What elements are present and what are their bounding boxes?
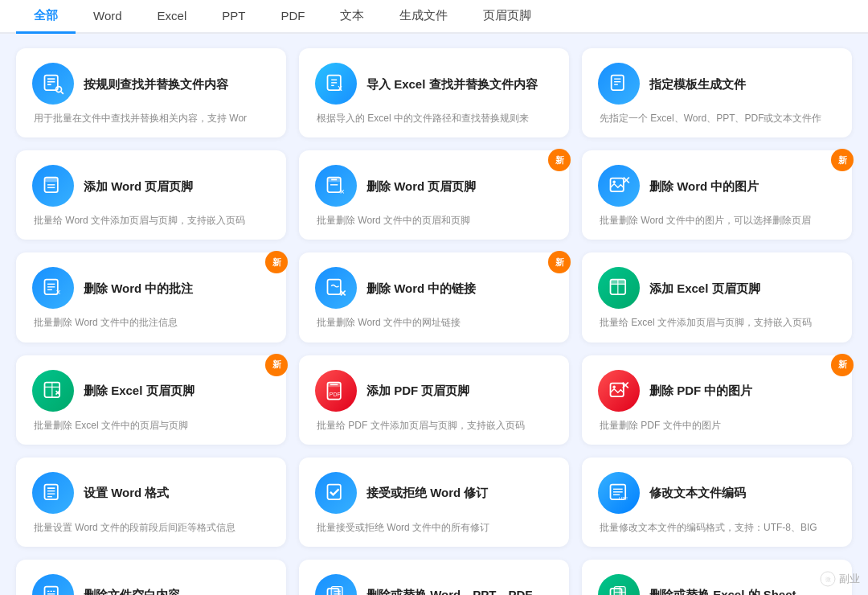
card-header: 指定模板生成文件 — [598, 63, 836, 105]
card-desc: 先指定一个 Excel、Word、PPT、PDF或文本文件作 — [598, 111, 836, 126]
tab-header[interactable]: 页眉页脚 — [465, 0, 549, 34]
tab-all[interactable]: 全部 — [16, 0, 76, 34]
card-icon: UTF — [598, 472, 640, 514]
card-title: 添加 Excel 页眉页脚 — [649, 280, 760, 297]
card-del-word-link[interactable]: 新 删除 Word 中的链接 批量删除 Word 文件中的网址链接 — [299, 252, 569, 342]
svg-rect-11 — [612, 76, 624, 91]
svg-rect-16 — [45, 178, 58, 183]
card-title: 添加 PDF 页眉页脚 — [366, 382, 469, 399]
card-title: 导入 Excel 查找并替换文件内容 — [366, 76, 538, 92]
svg-rect-58 — [328, 484, 341, 499]
card-icon — [32, 472, 74, 514]
card-header: 删除文件空白内容 — [32, 574, 270, 595]
badge-new: 新 — [831, 354, 854, 376]
card-title: 删除或替换 Excel 的 Sheet — [649, 586, 796, 595]
svg-point-25 — [612, 181, 616, 184]
card-desc: 批量接受或拒绝 Word 文件中的所有修订 — [315, 520, 553, 536]
card-header: 删除 Word 中的图片 — [598, 165, 836, 207]
card-del-word-ppt-pdf[interactable]: 删除或替换 Word、PPT、PDF — [299, 560, 569, 595]
card-header: X 导入 Excel 查找并替换文件内容 — [315, 63, 553, 105]
watermark: 微 副业 — [820, 571, 860, 587]
card-header: 删除 Excel 页眉页脚 — [32, 370, 270, 412]
card-header: 添加 Word 页眉页脚 — [32, 165, 270, 207]
card-icon — [598, 370, 640, 412]
tab-word[interactable]: Word — [76, 1, 140, 33]
card-del-blank-content[interactable]: 删除文件空白内容 — [16, 560, 286, 595]
card-title: 删除 PDF 中的图片 — [649, 382, 752, 399]
card-title: 删除 Word 页眉页脚 — [366, 178, 476, 195]
card-header: 按规则查找并替换文件内容 — [32, 63, 270, 105]
card-header: 删除 PDF 中的图片 — [598, 370, 836, 412]
tab-excel[interactable]: Excel — [140, 1, 205, 33]
card-title: 修改文本文件编码 — [649, 484, 746, 501]
svg-rect-49 — [611, 383, 624, 396]
tab-text[interactable]: 文本 — [322, 0, 382, 34]
tab-ppt[interactable]: PPT — [204, 1, 263, 33]
card-title: 删除或替换 Word、PPT、PDF — [366, 586, 532, 595]
card-icon: × — [315, 165, 357, 207]
card-del-word-header[interactable]: 新 × 删除 Word 页眉页脚 批量删除 Word 文件中的页眉和页脚 — [299, 150, 569, 240]
svg-rect-53 — [45, 484, 58, 499]
card-icon — [598, 63, 640, 105]
tab-generate[interactable]: 生成文件 — [382, 0, 465, 34]
svg-line-5 — [61, 92, 63, 94]
card-title: 删除 Excel 页眉页脚 — [84, 382, 194, 399]
card-icon — [598, 267, 640, 309]
card-excel-import[interactable]: X 导入 Excel 查找并替换文件内容 根据导入的 Excel 中的文件路径和… — [299, 48, 569, 137]
badge-new: 新 — [831, 149, 854, 171]
tab-pdf[interactable]: PDF — [263, 1, 322, 33]
card-desc: 批量删除 Excel 文件中的页眉与页脚 — [32, 418, 270, 433]
card-desc: 批量删除 Word 文件中的图片，可以选择删除页眉 — [598, 213, 836, 228]
card-template-gen[interactable]: 指定模板生成文件 先指定一个 Excel、Word、PPT、PDF或文本文件作 — [582, 48, 852, 137]
card-del-pdf-img[interactable]: 新 删除 PDF 中的图片 批量删除 PDF 文件中的图片 — [582, 355, 852, 445]
card-add-excel-header[interactable]: 添加 Excel 页眉页脚 批量给 Excel 文件添加页眉与页脚，支持嵌入页码 — [582, 252, 852, 342]
card-desc: 批量设置 Word 文件的段前段后间距等格式信息 — [32, 520, 270, 536]
card-set-word-format[interactable]: 设置 Word 格式 批量设置 Word 文件的段前段后间距等格式信息 — [16, 458, 286, 547]
card-desc: 根据导入的 Excel 中的文件路径和查找替换规则来 — [315, 111, 553, 126]
svg-text:X: X — [338, 85, 342, 92]
cards-grid: 按规则查找并替换文件内容 用于批量在文件中查找并替换相关内容，支持 Wor X … — [0, 34, 868, 595]
card-icon — [32, 165, 74, 207]
svg-text:×: × — [340, 187, 345, 196]
tab-bar: 全部WordExcelPPTPDF文本生成文件页眉页脚 — [0, 0, 868, 34]
card-find-replace[interactable]: 按规则查找并替换文件内容 用于批量在文件中查找并替换相关内容，支持 Wor — [16, 48, 286, 137]
badge-new: 新 — [548, 251, 571, 273]
card-desc: 批量修改文本文件的编码格式，支持：UTF-8、BIG — [598, 520, 836, 536]
card-title: 添加 Word 页眉页脚 — [84, 178, 193, 195]
svg-text:UTF: UTF — [619, 496, 628, 501]
svg-point-50 — [612, 385, 616, 388]
card-add-word-header[interactable]: 添加 Word 页眉页脚 批量给 Word 文件添加页眉与页脚，支持嵌入页码 — [16, 150, 286, 240]
card-del-word-img[interactable]: 新 删除 Word 中的图片 批量删除 Word 文件中的图片，可以选择删除页眉 — [582, 150, 852, 240]
card-icon — [598, 165, 640, 207]
svg-text:×: × — [56, 288, 61, 298]
card-accept-word-track[interactable]: 接受或拒绝 Word 修订 批量接受或拒绝 Word 文件中的所有修订 — [299, 458, 569, 547]
svg-rect-24 — [611, 178, 624, 191]
card-del-word-comment[interactable]: 新 × 删除 Word 中的批注 批量删除 Word 文件中的批注信息 — [16, 252, 286, 342]
card-title: 指定模板生成文件 — [649, 76, 746, 92]
card-title: 接受或拒绝 Word 修订 — [366, 484, 488, 501]
card-header: 删除或替换 Word、PPT、PDF — [315, 574, 553, 595]
card-icon — [315, 574, 357, 595]
card-del-excel-header[interactable]: 新 删除 Excel 页眉页脚 批量删除 Excel 文件中的页眉与页脚 — [16, 355, 286, 445]
card-title: 删除 Word 中的图片 — [649, 178, 759, 195]
card-header: 设置 Word 格式 — [32, 472, 270, 514]
card-icon: × — [32, 267, 74, 309]
card-icon: X — [598, 574, 640, 595]
card-icon — [315, 472, 357, 514]
card-header: × 删除 Word 中的批注 — [32, 267, 270, 309]
card-desc: 用于批量在文件中查找并替换相关内容，支持 Wor — [32, 111, 270, 126]
svg-text:PDF: PDF — [330, 392, 341, 397]
badge-new: 新 — [265, 251, 288, 273]
badge-new: 新 — [265, 354, 288, 376]
card-desc: 批量给 Excel 文件添加页眉与页脚，支持嵌入页码 — [598, 315, 836, 330]
card-add-pdf-header[interactable]: PDF 添加 PDF 页眉页脚 批量给 PDF 文件添加页眉与页脚，支持嵌入页码 — [299, 355, 569, 445]
card-desc: 批量删除 Word 文件中的批注信息 — [32, 315, 270, 330]
card-del-excel-sheet[interactable]: X 删除或替换 Excel 的 Sheet — [582, 560, 852, 595]
card-desc: 批量删除 Word 文件中的页眉和页脚 — [315, 213, 553, 228]
card-icon: PDF — [315, 370, 357, 412]
card-header: 删除 Word 中的链接 — [315, 267, 553, 309]
card-desc: 批量删除 Word 文件中的网址链接 — [315, 315, 553, 330]
card-title: 删除 Word 中的链接 — [366, 280, 476, 297]
card-modify-encoding[interactable]: UTF 修改文本文件编码 批量修改文本文件的编码格式，支持：UTF-8、BIG — [582, 458, 852, 547]
card-header: UTF 修改文本文件编码 — [598, 472, 836, 514]
